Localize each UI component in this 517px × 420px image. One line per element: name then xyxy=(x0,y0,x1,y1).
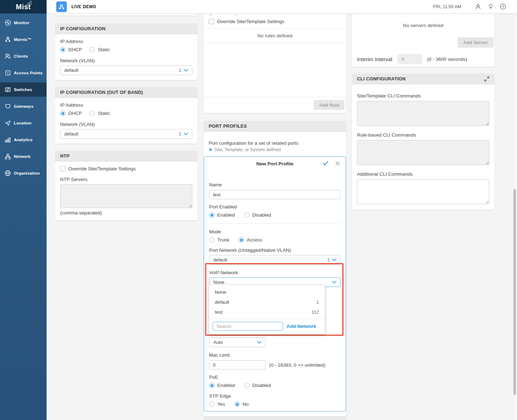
whats-new-icon[interactable] xyxy=(487,3,494,10)
sidebar-item-label: Switches xyxy=(14,87,32,92)
datetime: FRI, 11:50 AM xyxy=(433,4,461,9)
trunk-radio[interactable] xyxy=(209,237,214,243)
select-value: default xyxy=(213,257,227,262)
port-enabled-radio[interactable] xyxy=(209,212,214,218)
port-network-label: Port Network (Untagged/Native VLAN) xyxy=(209,248,341,253)
cli-configuration-panel: CLI CONFIGURATION Site/Template CLI Comm… xyxy=(352,74,494,210)
name-input[interactable] xyxy=(209,190,341,199)
mac-limit-input[interactable] xyxy=(209,360,266,370)
mac-limit-hint: (0 - 16383, 0 => unlimited) xyxy=(269,362,325,368)
mode-label: Mode xyxy=(209,229,341,234)
ip-configuration-panel: IP CONFIGURATION IP Address DHCP Static … xyxy=(55,23,197,80)
close-icon[interactable] xyxy=(335,161,340,167)
panel-title: PORT PROFILES xyxy=(204,121,346,132)
svg-text:?: ? xyxy=(502,5,504,9)
sidebar-item-label: Clients xyxy=(14,54,28,58)
topbar: LIVE DEMO FRI, 11:50 AM ? xyxy=(47,0,517,14)
new-port-profile-editor: New Port Profile Name Port Enabled Enabl… xyxy=(204,156,346,411)
help-icon[interactable]: ? xyxy=(500,3,506,10)
network-vlan-select[interactable]: default 1 xyxy=(60,65,192,75)
sidebar-item-organization[interactable]: Organization xyxy=(0,166,47,180)
mist-logo[interactable]: Mist xyxy=(0,0,47,14)
port-profiles-description: Port configuration for a set of related … xyxy=(209,140,341,146)
dropdown-option[interactable]: default 1 xyxy=(209,297,325,307)
mist-logo-dots-icon xyxy=(23,1,32,5)
network-vlan-label: Network (VLAN) xyxy=(60,122,192,127)
select-value: None xyxy=(213,280,224,285)
ip-configuration-oob-panel: IP CONFIGURATION (OUT OF BAND) IP Addres… xyxy=(55,87,197,144)
account-icon[interactable] xyxy=(475,3,481,10)
no-radio-label: No xyxy=(242,402,249,407)
override-label: Override Site/Template Settings xyxy=(68,166,136,171)
rule-cli-textarea xyxy=(357,140,489,165)
port-disabled-radio[interactable] xyxy=(244,212,250,218)
legend-star-icon: ✱ xyxy=(209,147,212,152)
interim-interval-hint: (0 - 3600 seconds) xyxy=(427,57,467,62)
org-site-icon[interactable] xyxy=(56,1,67,12)
additional-cli-textarea[interactable] xyxy=(357,179,489,204)
legend-text: Site, Template, or System defined xyxy=(214,147,281,152)
ntp-servers-textarea xyxy=(60,184,192,208)
oob-dhcp-radio[interactable] xyxy=(60,111,65,116)
sidebar-item-location[interactable]: Location xyxy=(0,116,47,130)
expand-icon[interactable] xyxy=(484,76,489,81)
add-server-button[interactable]: Add Server xyxy=(458,37,494,48)
no-rules-text: No rules defined xyxy=(204,29,346,43)
sidebar-item-label: Access Points xyxy=(14,71,43,75)
sidebar-item-clients[interactable]: Clients xyxy=(0,49,47,63)
dropdown-option[interactable]: test 112 xyxy=(209,307,325,317)
location-icon xyxy=(4,119,11,127)
clients-icon xyxy=(4,53,11,60)
vlan-id: 1 xyxy=(179,132,181,137)
sidebar-item-marvis[interactable]: Marvis™ xyxy=(0,32,47,47)
select-value: Auto xyxy=(213,340,223,345)
access-radio[interactable] xyxy=(239,237,244,243)
sidebar-item-network[interactable]: Network xyxy=(0,149,47,164)
yes-radio-label: Yes xyxy=(217,402,225,407)
stp-yes-radio[interactable] xyxy=(209,402,214,407)
select-value: default xyxy=(64,131,78,137)
add-network-link[interactable]: Add Network xyxy=(287,324,316,329)
sidebar-item-monitor[interactable]: Monitor xyxy=(0,16,47,30)
oob-static-radio[interactable] xyxy=(90,111,95,116)
static-radio[interactable] xyxy=(90,47,95,52)
speed-select[interactable]: Auto xyxy=(209,337,266,347)
stp-edge-label: STP Edge xyxy=(209,393,341,399)
poe-enabled-radio[interactable] xyxy=(209,383,214,388)
rules-override-checkbox[interactable] xyxy=(209,19,214,24)
site-cli-label: Site/Template CLI Commands xyxy=(357,93,489,99)
add-rule-button[interactable]: Add Rule xyxy=(314,100,345,110)
mac-limit-label: Mac Limit xyxy=(209,352,341,358)
voip-network-dropdown: None default 1 test 112 Add Network xyxy=(209,285,325,334)
disabled-radio-label: Disabled xyxy=(252,212,271,218)
dhcp-radio[interactable] xyxy=(60,47,65,52)
dropdown-option[interactable]: None xyxy=(209,287,325,297)
dhcp-radio-label: DHCP xyxy=(68,47,82,52)
ntp-panel: NTP Override Site/Template Settings NTP … xyxy=(55,151,197,220)
stp-no-radio[interactable] xyxy=(234,402,240,407)
sidebar-item-label: Analytics xyxy=(14,138,33,142)
sidebar-item-access-points[interactable]: Access Points xyxy=(0,66,47,80)
sidebar-item-analytics[interactable]: Analytics xyxy=(0,133,47,147)
ip-address-label: IP Address xyxy=(60,39,192,44)
port-network-select[interactable]: default 1 xyxy=(209,255,341,265)
chevron-down-icon xyxy=(257,341,261,344)
panel-title: CLI CONFIGURATION xyxy=(357,76,406,81)
oob-network-vlan-select[interactable]: default 1 xyxy=(60,129,192,139)
sidebar-item-gateways[interactable]: Gateways xyxy=(0,99,47,113)
network-search-input[interactable] xyxy=(213,322,283,331)
chevron-down-icon xyxy=(184,133,188,135)
port-profiles-panel: PORT PROFILES Port configuration for a s… xyxy=(204,121,346,416)
confirm-check-icon[interactable] xyxy=(323,161,329,167)
org-name[interactable]: LIVE DEMO xyxy=(71,4,96,9)
poe-disabled-radio[interactable] xyxy=(244,383,250,388)
ip-address-label: IP Address xyxy=(60,102,192,108)
sidebar-item-label: Organization xyxy=(14,171,40,175)
sidebar-item-switches[interactable]: Switches xyxy=(0,83,47,97)
scrollbar-thumb[interactable] xyxy=(513,189,516,395)
panel-title: NTP xyxy=(55,151,197,161)
static-radio-label: Static xyxy=(98,47,110,52)
vlan-id: 1 xyxy=(179,68,181,73)
ntp-override-checkbox[interactable] xyxy=(60,166,65,171)
sidebar-item-label: Gateways xyxy=(14,104,33,108)
